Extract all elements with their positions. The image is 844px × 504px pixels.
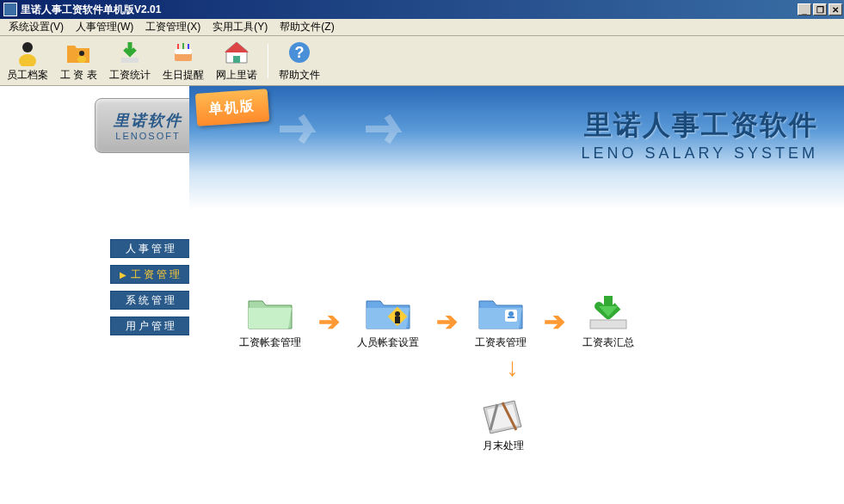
- svg-rect-15: [395, 317, 400, 323]
- svg-rect-18: [508, 317, 514, 318]
- flow-salary-account-management[interactable]: 工资帐套管理: [239, 292, 301, 350]
- close-button[interactable]: ✕: [829, 3, 842, 15]
- toolbar: 员工档案 工 资 表 工资统计 生日提醒 网上里诺 ? 帮助文件: [0, 36, 844, 86]
- nav-hr-management[interactable]: 人事管理: [110, 239, 192, 258]
- toolbar-label: 网上里诺: [216, 68, 257, 83]
- edit-tablet-icon: [478, 396, 528, 435]
- person-icon: [14, 39, 41, 66]
- nav-buttons: 人事管理 ▶工资管理 系统管理 用户管理: [110, 239, 192, 335]
- flow-label: 工资帐套管理: [239, 335, 301, 350]
- toolbar-label: 帮助文件: [279, 68, 320, 83]
- download-icon: [116, 39, 144, 66]
- banner: 单机版 里诺人事工资软件 LENO SALARY SYSTEM: [189, 86, 844, 210]
- svg-point-0: [22, 42, 33, 52]
- folder-blue-person-icon: [363, 292, 413, 332]
- folder-green-icon: [245, 292, 295, 332]
- menu-help[interactable]: 帮助文件(Z): [274, 18, 339, 36]
- folder-blue-mac-icon: [476, 292, 526, 332]
- banner-arrows-icon: [275, 103, 430, 155]
- svg-rect-4: [121, 58, 139, 63]
- toolbar-label: 生日提醒: [163, 68, 204, 83]
- titlebar: 里诺人事工资软件单机版V2.01 _ ❐ ✕: [0, 0, 844, 19]
- banner-title-en: LENO SALARY SYSTEM: [582, 144, 818, 163]
- menubar: 系统设置(V) 人事管理(W) 工资管理(X) 实用工具(Y) 帮助文件(Z): [0, 19, 844, 36]
- flow-label: 人员帐套设置: [357, 335, 419, 350]
- app-icon: [3, 3, 17, 16]
- toolbar-help[interactable]: ? 帮助文件: [277, 37, 322, 84]
- logo-box: 里诺软件 LENOSOFT: [95, 98, 201, 153]
- svg-point-3: [77, 56, 86, 63]
- arrow-down-icon: ↓: [506, 353, 519, 382]
- toolbar-birthday-reminder[interactable]: 生日提醒: [161, 37, 206, 84]
- window-title: 里诺人事工资软件单机版V2.01: [21, 3, 161, 17]
- main-area: 里诺软件 LENOSOFT 人事管理 ▶工资管理 系统管理 用户管理 单机版 里…: [0, 86, 844, 504]
- toolbar-online-leno[interactable]: 网上里诺: [214, 37, 259, 84]
- svg-rect-6: [175, 49, 192, 54]
- maximize-button[interactable]: ❐: [813, 3, 827, 15]
- toolbar-salary-stats[interactable]: 工资统计: [108, 37, 152, 84]
- flow-label: 工资表管理: [475, 335, 527, 350]
- menu-hr-management[interactable]: 人事管理(W): [71, 18, 139, 36]
- folder-person-icon: [65, 39, 92, 66]
- banner-title-cn: 里诺人事工资软件: [584, 107, 818, 144]
- toolbar-label: 工资统计: [109, 68, 151, 83]
- arrow-right-icon: ➔: [318, 306, 340, 336]
- svg-rect-10: [233, 56, 240, 63]
- svg-text:?: ?: [294, 44, 304, 61]
- logo-cn: 里诺软件: [114, 110, 182, 131]
- flow-label: 月末处理: [483, 439, 524, 453]
- menu-salary-management[interactable]: 工资管理(X): [140, 18, 206, 36]
- content-panel: 单机版 里诺人事工资软件 LENO SALARY SYSTEM 工资帐套管理 ➔…: [189, 86, 844, 504]
- flow-salary-table-management[interactable]: 工资表管理: [475, 292, 527, 350]
- toolbar-salary-table[interactable]: 工 资 表: [59, 37, 99, 84]
- toolbar-label: 员工档案: [7, 68, 48, 83]
- home-icon: [223, 39, 250, 66]
- svg-point-1: [19, 54, 36, 66]
- svg-point-2: [79, 51, 84, 56]
- download-green-icon: [583, 292, 633, 332]
- toolbar-label: 工 资 表: [60, 68, 97, 83]
- left-panel: 里诺软件 LENOSOFT 人事管理 ▶工资管理 系统管理 用户管理: [0, 86, 189, 504]
- svg-rect-19: [590, 320, 626, 329]
- minimize-button[interactable]: _: [798, 3, 811, 15]
- arrow-right-icon: ➔: [436, 306, 458, 336]
- arrow-right-icon: ➔: [544, 306, 565, 336]
- nav-system-management[interactable]: 系统管理: [110, 291, 192, 310]
- active-arrow-icon: ▶: [120, 270, 129, 280]
- toolbar-separator: [268, 44, 268, 78]
- flow-salary-table-summary[interactable]: 工资表汇总: [582, 292, 634, 350]
- nav-user-management[interactable]: 用户管理: [110, 317, 192, 335]
- banner-badge: 单机版: [195, 89, 269, 126]
- flow-personnel-account-settings[interactable]: 人员帐套设置: [357, 292, 419, 350]
- logo-en: LENOSOFT: [115, 131, 180, 141]
- svg-point-14: [395, 311, 400, 317]
- flow-area: 工资帐套管理 ➔ 人员帐套设置 ➔ 工资表管理 ➔ 工资表汇总 ↓: [239, 292, 827, 350]
- window-controls: _ ❐ ✕: [798, 3, 842, 15]
- flow-month-end-processing[interactable]: 月末处理: [478, 396, 528, 453]
- nav-salary-management[interactable]: ▶工资管理: [110, 265, 192, 284]
- flow-row: 工资帐套管理 ➔ 人员帐套设置 ➔ 工资表管理 ➔ 工资表汇总: [239, 292, 827, 350]
- menu-system-settings[interactable]: 系统设置(V): [3, 18, 69, 36]
- cake-icon: [169, 39, 197, 66]
- toolbar-employee-files[interactable]: 员工档案: [5, 37, 50, 84]
- flow-bottom-row: 月末处理: [478, 396, 528, 453]
- help-icon: ?: [286, 39, 313, 66]
- menu-tools[interactable]: 实用工具(Y): [207, 18, 273, 36]
- flow-label: 工资表汇总: [582, 335, 634, 350]
- svg-point-17: [508, 311, 514, 317]
